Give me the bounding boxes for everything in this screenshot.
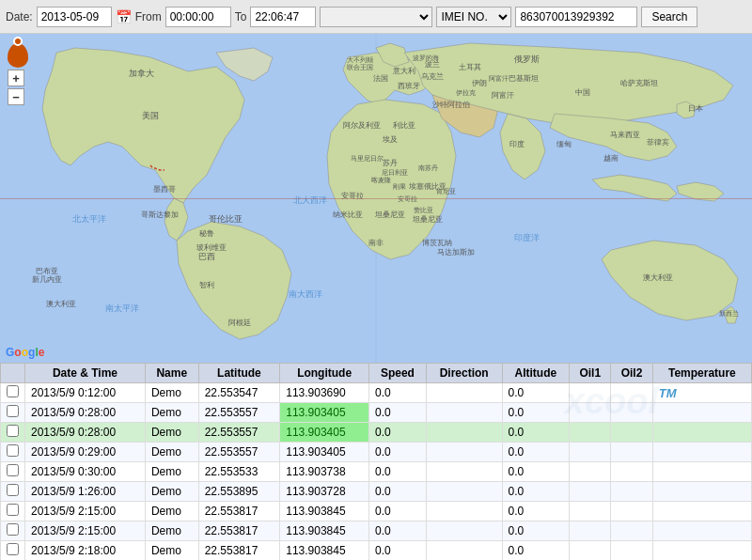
svg-text:新西兰: 新西兰	[719, 310, 739, 317]
svg-text:纳米比亚: 纳米比亚	[333, 210, 363, 219]
svg-text:乌克兰: 乌克兰	[421, 72, 444, 81]
zoom-out-button[interactable]: −	[8, 88, 24, 105]
svg-text:喀麦隆: 喀麦隆	[371, 177, 391, 183]
svg-text:安哥拉: 安哥拉	[398, 195, 417, 202]
svg-text:马达加斯加: 马达加斯加	[437, 248, 475, 257]
table-row: 2013/5/9 1:26:00Demo22.553895113.9037280…	[1, 482, 752, 502]
svg-text:菲律宾: 菲律宾	[647, 138, 669, 147]
svg-text:赞比亚: 赞比亚	[414, 207, 433, 214]
svg-text:加拿大: 加拿大	[129, 69, 154, 78]
from-time-input[interactable]	[165, 7, 231, 27]
svg-text:利比亚: 利比亚	[393, 121, 415, 130]
col-direction: Direction	[426, 364, 502, 383]
table-header-row: Date & Time Name Latitude Longitude Spee…	[1, 364, 752, 383]
svg-text:坦桑尼亚: 坦桑尼亚	[412, 215, 443, 224]
svg-text:法国: 法国	[373, 74, 388, 83]
svg-text:玻利维亚: 玻利维亚	[196, 243, 227, 252]
svg-text:哥伦比亚: 哥伦比亚	[209, 214, 243, 224]
zoom-in-button[interactable]: +	[8, 70, 24, 86]
date-input[interactable]	[37, 7, 112, 27]
table-row: 2013/5/9 2:15:00Demo22.553817113.9038450…	[1, 502, 752, 521]
person-icon[interactable]	[8, 43, 28, 68]
toolbar: Date: 📅 From To IMEI NO. Search	[0, 0, 752, 34]
svg-text:埃及: 埃及	[382, 135, 398, 144]
svg-text:北太平洋: 北太平洋	[72, 214, 106, 224]
col-altitude: Altitude	[502, 364, 570, 383]
row-checkbox[interactable]	[7, 523, 19, 536]
from-label: From	[135, 10, 162, 23]
svg-text:波兰: 波兰	[425, 60, 440, 69]
svg-text:伊拉克: 伊拉克	[456, 89, 476, 96]
row-checkbox[interactable]	[7, 543, 19, 555]
svg-text:土耳其: 土耳其	[459, 63, 481, 71]
date-label: Date:	[6, 10, 33, 23]
col-datetime: Date & Time	[25, 364, 146, 383]
col-oil1: Oil1	[570, 364, 611, 383]
table-row: 2013/5/9 2:15:00Demo22.553817113.9038450…	[1, 521, 752, 541]
svg-text:意大利: 意大利	[392, 67, 415, 75]
svg-text:美国: 美国	[142, 111, 159, 120]
calendar-icon[interactable]: 📅	[116, 9, 132, 24]
svg-text:印度洋: 印度洋	[514, 233, 540, 242]
svg-text:苏丹: 苏丹	[383, 159, 398, 167]
svg-text:缅甸: 缅甸	[556, 140, 572, 148]
svg-text:坦桑尼亚: 坦桑尼亚	[374, 210, 405, 219]
table-row: 2013/5/9 0:28:00Demo22.553557113.9034050…	[1, 423, 752, 443]
svg-text:南太平洋: 南太平洋	[105, 303, 139, 313]
imei-input[interactable]	[515, 7, 637, 27]
svg-text:越南: 越南	[603, 154, 619, 163]
table-row: 2013/5/9 0:12:00Demo22.553547113.9036900…	[1, 383, 752, 403]
row-checkbox[interactable]	[7, 385, 19, 397]
svg-text:南大西洋: 南大西洋	[289, 289, 322, 299]
to-label: To	[235, 10, 247, 23]
history-table: Date & Time Name Latitude Longitude Spee…	[0, 363, 752, 560]
svg-text:哈萨克斯坦: 哈萨克斯坦	[620, 79, 658, 87]
svg-text:安哥拉: 安哥拉	[341, 192, 364, 200]
svg-text:墨西哥: 墨西哥	[153, 185, 176, 194]
col-lon: Longitude	[280, 364, 369, 383]
col-name: Name	[145, 364, 198, 383]
table-row: 2013/5/9 0:28:00Demo22.553557113.9034050…	[1, 403, 752, 423]
table-body: 2013/5/9 0:12:00Demo22.553547113.9036900…	[1, 383, 752, 561]
to-time-input[interactable]	[250, 7, 316, 27]
imei-type-dropdown[interactable]: IMEI NO.	[436, 7, 511, 27]
row-checkbox[interactable]	[7, 464, 19, 476]
col-speed: Speed	[369, 364, 427, 383]
table-row: 2013/5/9 0:29:00Demo22.553557113.9034050…	[1, 443, 752, 462]
svg-text:刚果: 刚果	[393, 183, 406, 190]
row-checkbox[interactable]	[7, 504, 19, 516]
svg-text:巴基斯坦: 巴基斯坦	[509, 74, 539, 83]
svg-text:智利: 智利	[199, 281, 214, 289]
svg-text:北大西洋: 北大西洋	[293, 195, 327, 205]
svg-text:阿富汗: 阿富汗	[489, 75, 509, 82]
svg-text:博茨瓦纳: 博茨瓦纳	[422, 239, 452, 247]
row-checkbox[interactable]	[7, 425, 19, 437]
svg-text:南苏丹: 南苏丹	[418, 164, 438, 171]
row-checkbox[interactable]	[7, 444, 19, 457]
svg-text:肯尼亚: 肯尼亚	[436, 188, 456, 194]
svg-text:印度: 印度	[509, 140, 525, 148]
svg-text:马来西亚: 马来西亚	[610, 131, 640, 139]
filter-dropdown[interactable]	[320, 7, 432, 27]
zoom-controls: + −	[8, 43, 28, 105]
svg-text:澳大利亚: 澳大利亚	[46, 300, 76, 308]
search-button[interactable]: Search	[641, 7, 697, 27]
svg-text:阿富汗: 阿富汗	[492, 91, 514, 100]
svg-text:巴布亚: 巴布亚	[36, 267, 58, 275]
svg-text:新几内亚: 新几内亚	[32, 275, 62, 284]
svg-text:阿根廷: 阿根廷	[228, 319, 251, 327]
col-temperature: Temperature	[652, 364, 751, 383]
row-checkbox[interactable]	[7, 405, 19, 417]
svg-text:澳大利亚: 澳大利亚	[643, 273, 673, 282]
svg-text:西班牙: 西班牙	[398, 82, 420, 90]
data-table-wrapper: xcool Date & Time Name Latitude Longitud…	[0, 363, 752, 560]
svg-text:大不列颠: 大不列颠	[347, 56, 373, 63]
svg-text:秘鲁: 秘鲁	[199, 229, 214, 238]
table-row: 2013/5/9 2:18:00Demo22.553817113.9038450…	[1, 541, 752, 561]
map-svg: 北太平洋 南太平洋 北大西洋 南大西洋 印度洋 美国 巴西 哥伦比亚 秘鲁 玻利…	[0, 34, 752, 363]
row-checkbox[interactable]	[7, 484, 19, 496]
svg-text:伊朗: 伊朗	[472, 79, 487, 87]
svg-text:俄罗斯: 俄罗斯	[514, 54, 540, 64]
col-checkbox	[1, 364, 25, 383]
svg-text:巴西: 巴西	[198, 252, 215, 261]
